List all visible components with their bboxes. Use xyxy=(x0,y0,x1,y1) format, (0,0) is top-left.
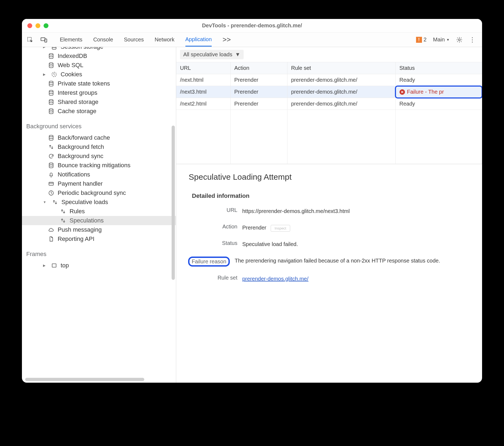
detail-failure-value: The prerendering navigation failed becau… xyxy=(235,257,471,265)
titlebar: DevTools - prerender-demos.glitch.me/ xyxy=(22,19,482,32)
sidebar-item-shared[interactable]: Shared storage xyxy=(22,97,176,107)
inspect-button[interactable]: Inspect xyxy=(271,225,290,232)
error-icon: ✕ xyxy=(400,89,405,95)
column-header-action[interactable]: Action xyxy=(230,62,287,74)
cell-url: /next3.html xyxy=(176,86,230,98)
sidebar-item-bounce[interactable]: Bounce tracking mitigations xyxy=(22,161,176,170)
detail-action-value: Prerender xyxy=(242,225,266,231)
sidebar-item-session-storage[interactable]: Session storage xyxy=(22,47,176,51)
sidebar-item-pst[interactable]: Private state tokens xyxy=(22,79,176,88)
detail-url-value: https://prerender-demos.glitch.me/next3.… xyxy=(242,207,471,215)
sidebar-item-label: Push messaging xyxy=(58,226,102,233)
detail-ruleset-link[interactable]: prerender-demos.glitch.me/ xyxy=(242,276,309,282)
db-icon xyxy=(48,53,54,59)
cell-url: /next2.html xyxy=(176,98,230,110)
tab-elements[interactable]: Elements xyxy=(60,33,82,46)
sidebar-item-notif[interactable]: Notifications xyxy=(22,170,176,179)
clock-icon xyxy=(48,190,54,196)
target-selector[interactable]: Main ▼ xyxy=(433,37,450,43)
background-services-heading: Background services xyxy=(22,120,176,132)
cookie-icon xyxy=(51,71,57,78)
sidebar-item-label: IndexedDB xyxy=(58,53,87,60)
sidebar-item-push[interactable]: Push messaging xyxy=(22,225,176,234)
cell-ruleset: prerender-demos.glitch.me/ xyxy=(287,74,395,86)
column-header-rule-set[interactable]: Rule set xyxy=(287,62,395,74)
column-header-url[interactable]: URL xyxy=(176,62,230,74)
sidebar-item-cookies[interactable]: Cookies xyxy=(22,70,176,79)
frame-icon xyxy=(51,262,57,269)
db-icon xyxy=(48,162,54,169)
inspect-element-icon[interactable] xyxy=(27,37,33,43)
cell-ruleset: prerender-demos.glitch.me/ xyxy=(287,86,395,98)
device-toolbar-icon[interactable] xyxy=(40,36,47,43)
sidebar-item-bgfetch[interactable]: Background fetch xyxy=(22,142,176,152)
updown-icon xyxy=(52,199,58,205)
settings-gear-icon[interactable] xyxy=(456,37,463,43)
tab-console[interactable]: Console xyxy=(93,33,113,46)
cloud-icon xyxy=(48,227,54,233)
devtools-toolbar: ElementsConsoleSourcesNetworkApplication… xyxy=(22,32,482,47)
table-row[interactable]: /next2.htmlPrerenderprerender-demos.glit… xyxy=(176,98,482,110)
sidebar-item-label: Interest groups xyxy=(58,89,97,96)
detail-section-heading: Detailed information xyxy=(192,192,471,199)
sidebar-item-rules[interactable]: Rules xyxy=(22,207,176,216)
sidebar-item-label: Rules xyxy=(70,208,85,215)
updown-icon xyxy=(48,144,54,150)
doc-icon xyxy=(48,236,54,242)
sidebar-item-label: Back/forward cache xyxy=(58,134,110,141)
speculative-loading-detail: Speculative Loading Attempt Detailed inf… xyxy=(176,164,482,383)
tabs-overflow-icon[interactable]: >> xyxy=(222,35,231,44)
sidebar-item-specloads[interactable]: Speculative loads xyxy=(22,198,176,207)
sidebar-item-speculations[interactable]: Speculations xyxy=(22,216,176,225)
sidebar-item-indexeddb[interactable]: IndexedDB xyxy=(22,51,176,61)
cell-status: Ready xyxy=(395,74,482,86)
sidebar-item-websql[interactable]: Web SQL xyxy=(22,61,176,70)
sidebar-item-label: Shared storage xyxy=(58,99,98,106)
sidebar-item-label: Background fetch xyxy=(58,143,104,150)
sidebar-item-bgsync[interactable]: Background sync xyxy=(22,152,176,161)
speculative-loads-filter[interactable]: All speculative loads ▼ xyxy=(180,50,244,59)
sidebar-item-label: Private state tokens xyxy=(58,80,110,87)
frames-top[interactable]: top xyxy=(22,261,176,270)
sidebar-item-report[interactable]: Reporting API xyxy=(22,234,176,244)
sync-icon xyxy=(48,153,54,159)
more-options-icon[interactable]: ⋮ xyxy=(469,36,476,44)
detail-title: Speculative Loading Attempt xyxy=(189,172,471,182)
tab-network[interactable]: Network xyxy=(155,33,174,46)
updown-icon xyxy=(60,217,66,224)
sidebar-scrollbar[interactable] xyxy=(172,126,175,280)
sidebar-item-cache[interactable]: Cache storage xyxy=(22,107,176,116)
db-icon xyxy=(48,135,54,141)
tab-application[interactable]: Application xyxy=(185,33,212,47)
target-label: Main xyxy=(433,37,445,43)
table-row[interactable]: /next3.htmlPrerenderprerender-demos.glit… xyxy=(176,86,482,98)
window-title: DevTools - prerender-demos.glitch.me/ xyxy=(22,22,482,29)
sidebar-item-label: Web SQL xyxy=(58,62,83,69)
sidebar-item-label: Notifications xyxy=(58,171,90,178)
speculations-panel: All speculative loads ▼ URLActionRule se… xyxy=(176,47,482,383)
cell-action: Prerender xyxy=(230,86,287,98)
sidebar-item-label: Cache storage xyxy=(58,108,96,115)
tab-sources[interactable]: Sources xyxy=(124,33,144,46)
column-header-status[interactable]: Status xyxy=(395,62,482,74)
db-icon xyxy=(51,47,57,50)
sidebar-item-payment[interactable]: Payment handler xyxy=(22,179,176,188)
detail-action-key: Action xyxy=(189,224,237,230)
app-window: DevTools - prerender-demos.glitch.me/ El… xyxy=(22,19,482,383)
issues-badge[interactable]: ! 2 xyxy=(416,37,427,43)
speculative-loads-grid: URLActionRule setStatus /next.htmlPreren… xyxy=(176,62,482,164)
sidebar-hscrollbar[interactable] xyxy=(25,378,144,381)
sidebar-item-label: Speculations xyxy=(70,217,104,224)
sidebar-item-periodic[interactable]: Periodic background sync xyxy=(22,188,176,198)
warning-icon: ! xyxy=(416,37,422,43)
sidebar-item-label: Background sync xyxy=(58,153,103,160)
sidebar-item-interest[interactable]: Interest groups xyxy=(22,88,176,97)
bell-icon xyxy=(48,171,54,178)
detail-ruleset-key: Rule set xyxy=(189,275,237,281)
sidebar-item-label: Session storage xyxy=(61,47,103,50)
sidebar-item-bfcache[interactable]: Back/forward cache xyxy=(22,133,176,142)
chevron-down-icon: ▼ xyxy=(446,38,450,42)
cell-action: Prerender xyxy=(230,74,287,86)
table-row[interactable]: /next.htmlPrerenderprerender-demos.glitc… xyxy=(176,74,482,86)
sidebar-item-label: Speculative loads xyxy=(61,199,108,206)
